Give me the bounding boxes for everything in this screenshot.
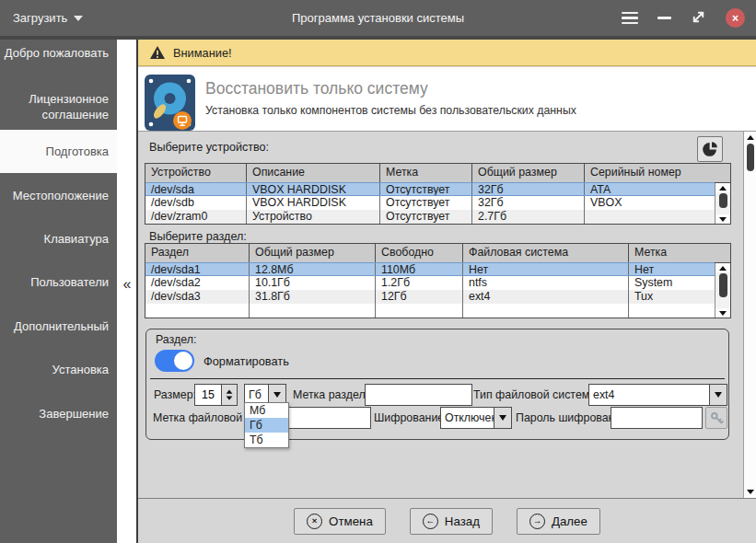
footer-bar: × Отмена ← Назад → Далее [138, 498, 756, 543]
encryption-select-button[interactable] [494, 407, 512, 429]
divider [150, 378, 725, 379]
sidebar-item-2[interactable]: Лицензионное соглашение [0, 91, 117, 122]
device-table-scrollbar[interactable] [715, 183, 730, 224]
unit-option[interactable]: Гб [245, 418, 288, 433]
minimize-button[interactable] [657, 17, 671, 19]
device-table: УстройствоОписаниеМеткаОбщий размерСерий… [145, 163, 731, 225]
table-cell: ATA [585, 183, 715, 195]
table-row[interactable]: /dev/zram0УстройствоОтсутствует2.7Гб [145, 210, 715, 224]
sidebar: Добро пожаловатьЛицензионное соглашениеП… [0, 40, 117, 543]
table-row[interactable]: /dev/sda112.8Мб110МбНетНет [145, 262, 715, 276]
arrow-left-icon: ← [423, 514, 438, 529]
column-header: Раздел [145, 244, 250, 262]
unit-option[interactable]: Тб [245, 433, 288, 447]
table-row[interactable]: /dev/sdaVBOX HARDDISKОтсутствует32ГбATA [145, 182, 715, 196]
table-cell: ntfs [463, 276, 629, 290]
minimize-icon [657, 17, 671, 19]
scroll-up-button[interactable] [744, 133, 756, 143]
table-cell: /dev/sda1 [145, 263, 250, 275]
table-cell: 1.2Гб [376, 276, 463, 290]
next-button[interactable]: → Далее [517, 508, 600, 535]
scrollbar-thumb[interactable] [719, 193, 727, 208]
sidebar-item-4[interactable]: Местоположение [0, 188, 117, 203]
close-button[interactable]: × [726, 8, 745, 28]
column-header: Файловая система [463, 244, 629, 262]
table-row[interactable]: /dev/sdbVBOX HARDDISKОтсутствует32ГбVBOX [145, 196, 715, 210]
pie-chart-icon [702, 141, 718, 157]
sidebar-item-3[interactable]: Подготовка [0, 130, 117, 173]
scroll-down-button[interactable] [744, 487, 756, 497]
format-toggle[interactable] [155, 350, 194, 372]
scroll-down-button[interactable] [715, 214, 730, 224]
size-label: Размер: [154, 388, 196, 401]
password-key-button[interactable] [705, 407, 727, 429]
table-cell: VBOX HARDDISK [247, 183, 380, 195]
table-cell: Отсутствует [380, 196, 472, 210]
sidebar-collapse-button[interactable]: « [119, 276, 135, 295]
sidebar-item-6[interactable]: Пользователи [0, 274, 117, 290]
scroll-up-button[interactable] [715, 263, 730, 272]
table-cell: Устройство [247, 210, 380, 224]
partition-table-scrollbar[interactable] [715, 263, 730, 318]
encryption-select-value[interactable]: Отключено [440, 407, 494, 429]
load-menu-button[interactable]: Загрузить [13, 11, 83, 25]
arrow-right-icon: → [529, 514, 545, 529]
scroll-down-button[interactable] [715, 308, 730, 318]
disk-usage-button[interactable] [697, 136, 723, 162]
chevron-down-icon [715, 392, 722, 398]
column-header: Серийный номер [585, 164, 730, 182]
next-label: Далее [552, 514, 587, 528]
toggle-knob [174, 352, 192, 370]
close-icon: × [732, 13, 739, 24]
groupbox-label: Раздел: [156, 333, 196, 346]
maximize-button[interactable] [691, 9, 706, 28]
scrollbar-thumb[interactable] [719, 273, 727, 297]
chevron-down-icon [273, 392, 281, 398]
device-table-header: УстройствоОписаниеМеткаОбщий размерСерий… [145, 164, 730, 183]
table-row[interactable]: /dev/sda331.8Гб12Гбext4Tux [145, 290, 715, 304]
unit-dropdown-popup: МбГбТб [244, 402, 289, 448]
partition-table-body: /dev/sda112.8Мб110МбНетНет/dev/sda210.1Г… [145, 262, 730, 318]
scroll-up-button[interactable] [715, 183, 730, 192]
column-header: Метка [380, 164, 472, 182]
cancel-button[interactable]: × Отмена [294, 508, 386, 535]
sidebar-item-5[interactable]: Клавиатура [0, 231, 117, 247]
size-input[interactable] [194, 384, 222, 406]
sidebar-item-8[interactable]: Установка [0, 362, 117, 377]
partition-table: РазделОбщий размерСвободноФайловая систе… [145, 243, 731, 318]
table-cell: 12.8Мб [250, 263, 376, 275]
window-controls: × [622, 0, 745, 36]
sidebar-item-1[interactable]: Добро пожаловать [0, 45, 117, 61]
table-cell: /dev/sdb [145, 196, 247, 210]
table-cell: /dev/sda2 [145, 276, 250, 290]
menu-button[interactable] [622, 12, 638, 25]
password-input[interactable] [611, 407, 703, 429]
fs-type-select-button[interactable] [709, 384, 727, 406]
table-cell: Tux [629, 290, 715, 304]
table-cell: Нет [463, 263, 629, 275]
page-header: Восстановить только систему Установка то… [138, 67, 756, 132]
titlebar: Загрузить Программа установки системы × [0, 0, 756, 40]
table-cell: /dev/zram0 [145, 210, 247, 224]
size-stepper[interactable] [221, 384, 238, 406]
fs-type-select-value[interactable]: ext4 [588, 384, 710, 406]
partition-label-input[interactable] [365, 384, 472, 406]
table-row[interactable]: /dev/sda210.1Гб1.2ГбntfsSystem [145, 276, 715, 290]
back-button[interactable]: ← Назад [410, 508, 493, 535]
scrollbar-thumb[interactable] [747, 144, 754, 171]
column-header: Описание [247, 164, 380, 182]
unit-option[interactable]: Мб [245, 403, 288, 418]
chevron-down-icon [499, 415, 506, 421]
main-scrollbar[interactable] [743, 132, 756, 498]
resize-icon [691, 9, 706, 25]
sidebar-item-9[interactable]: Завершение [0, 406, 117, 422]
column-header: Общий размер [250, 244, 376, 262]
chevron-down-icon [74, 16, 83, 21]
table-cell: Отсутствует [380, 183, 472, 195]
warning-banner: Внимание! [138, 40, 756, 66]
content-area: Внимание! Восстановить только систему Ус… [136, 40, 756, 543]
fs-type-label: Тип файловой системы: [473, 388, 601, 401]
column-header: Свободно [376, 244, 463, 262]
sidebar-item-7[interactable]: Дополнительный [0, 318, 117, 334]
warning-icon [149, 45, 166, 60]
